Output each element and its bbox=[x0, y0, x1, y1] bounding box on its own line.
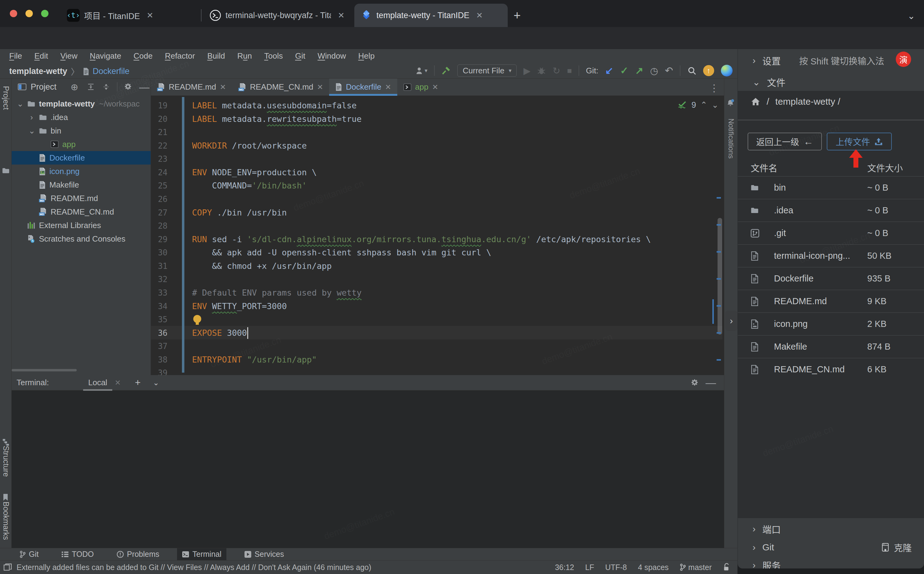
indent-setting[interactable]: 4 spaces bbox=[638, 563, 669, 572]
file-breadcrumb[interactable]: / template-wetty / bbox=[751, 96, 840, 107]
editor-tab-close-icon[interactable]: ✕ bbox=[317, 83, 323, 91]
code-line-26[interactable]: 26 bbox=[151, 192, 724, 206]
browser-tab[interactable]: terminal-wetty-bwqryafz - Tita✕ bbox=[204, 4, 350, 27]
ide-sphere-icon[interactable] bbox=[721, 65, 732, 76]
status-layout-icon[interactable] bbox=[4, 564, 12, 571]
code-line-27[interactable]: 27COPY ./bin /usr/bin bbox=[151, 206, 724, 219]
expand-all-icon[interactable] bbox=[87, 83, 95, 91]
tab-close-icon[interactable]: ✕ bbox=[338, 11, 344, 20]
collapse-all-icon[interactable] bbox=[102, 83, 110, 91]
git-section-row[interactable]: › Git 克隆 bbox=[738, 538, 924, 556]
hide-panel-icon[interactable]: — bbox=[139, 81, 149, 93]
minimize-window-button[interactable] bbox=[25, 10, 33, 17]
code-line-34[interactable]: 34ENV WETTY_PORT=3000 bbox=[151, 300, 724, 313]
code-line-22[interactable]: 22WORKDIR /root/workspace bbox=[151, 139, 724, 153]
file-row-readme-md[interactable]: README.md9 KB bbox=[738, 290, 924, 312]
browser-tab[interactable]: </>template-wetty - TitanIDE✕ bbox=[354, 4, 508, 27]
tree-item-bin[interactable]: ⌄bin bbox=[12, 124, 151, 137]
run-icon[interactable]: ▶ bbox=[523, 65, 530, 76]
user-access-icon[interactable]: ▾ bbox=[415, 66, 427, 74]
status-message[interactable]: Externally added files can be added to G… bbox=[17, 563, 371, 572]
encoding[interactable]: UTF-8 bbox=[605, 563, 627, 572]
files-section-label[interactable]: 文件 bbox=[767, 75, 785, 89]
code-line-24[interactable]: 24ENV NODE_ENV=production \ bbox=[151, 166, 724, 179]
tree-item--idea[interactable]: ›.idea bbox=[12, 110, 151, 124]
files-section-row[interactable]: ⌄ 文件 bbox=[738, 74, 924, 90]
menu-navigate[interactable]: Navigate bbox=[90, 51, 121, 61]
close-window-button[interactable] bbox=[10, 10, 17, 17]
tree-item-external-libraries[interactable]: External Libraries bbox=[12, 219, 151, 232]
tree-item-makefile[interactable]: Makefile bbox=[12, 178, 151, 192]
tool-window-terminal[interactable]: Terminal bbox=[177, 548, 226, 560]
bookmark-icon[interactable] bbox=[2, 494, 9, 501]
menu-git[interactable]: Git bbox=[295, 51, 305, 61]
tool-strip-structure[interactable]: Structure bbox=[2, 446, 10, 477]
editor-tab-close-icon[interactable]: ✕ bbox=[220, 83, 226, 91]
maximize-window-button[interactable] bbox=[41, 10, 49, 17]
history-clock-icon[interactable]: ◷ bbox=[650, 65, 658, 76]
code-line-19[interactable]: 19LABEL metadata.usesubdomain=false bbox=[151, 99, 724, 112]
editor-tab-app[interactable]: app✕ bbox=[397, 79, 445, 95]
code-line-38[interactable]: 38ENTRYPOINT "/usr/bin/app" bbox=[151, 353, 724, 366]
tool-window-todo[interactable]: TODO bbox=[57, 548, 99, 560]
code-line-30[interactable]: 30 && apk add -U openssh-client sshpass … bbox=[151, 246, 724, 259]
search-everywhere-icon[interactable] bbox=[687, 66, 696, 75]
tool-window-services[interactable]: Services bbox=[239, 548, 289, 560]
code-line-36[interactable]: 36EXPOSE 3000 bbox=[151, 326, 724, 340]
editor-scrollbar-thumb[interactable] bbox=[718, 218, 722, 334]
editor-tab-dockerfile[interactable]: Dockerfile✕ bbox=[329, 79, 397, 95]
breadcrumb-file[interactable]: Dockerfile bbox=[93, 66, 129, 76]
breadcrumb-project[interactable]: template-wetty bbox=[9, 66, 67, 76]
tab-search-chevron-icon[interactable]: ⌄ bbox=[907, 10, 915, 21]
editor-tab-close-icon[interactable]: ✕ bbox=[385, 83, 391, 91]
caret-position[interactable]: 36:12 bbox=[555, 563, 574, 572]
next-problem-icon[interactable]: ⌄ bbox=[712, 100, 719, 110]
new-terminal-icon[interactable]: + bbox=[135, 377, 141, 388]
terminal-tab-close-icon[interactable]: ✕ bbox=[115, 378, 121, 387]
file-row-readme-cn-md[interactable]: README_CN.md6 KB bbox=[738, 358, 924, 381]
git-update-icon[interactable]: ↙ bbox=[605, 65, 614, 76]
code-line-29[interactable]: 29RUN sed -i 's/dl-cdn.alpinelinux.org/m… bbox=[151, 233, 724, 246]
folder-icon[interactable] bbox=[2, 167, 9, 174]
locate-file-icon[interactable]: ⊕ bbox=[71, 82, 78, 92]
tree-item-template-wetty[interactable]: ⌄template-wetty~/workspac bbox=[12, 97, 151, 110]
structure-icon[interactable] bbox=[2, 438, 9, 446]
menu-window[interactable]: Window bbox=[317, 51, 346, 61]
tree-item-app[interactable]: app bbox=[12, 137, 151, 151]
menu-view[interactable]: View bbox=[60, 51, 78, 61]
editor-tabs-kebab-icon[interactable]: ⋮ bbox=[709, 82, 719, 94]
file-row-bin[interactable]: bin~ 0 B bbox=[738, 176, 924, 199]
update-available-icon[interactable]: ↑ bbox=[703, 65, 714, 76]
project-panel-title[interactable]: Project bbox=[31, 82, 57, 92]
expand-panel-chevron[interactable]: › bbox=[725, 311, 737, 331]
new-tab-button[interactable]: + bbox=[514, 9, 520, 22]
code-line-32[interactable]: 32 bbox=[151, 273, 724, 286]
clone-button[interactable]: 克隆 bbox=[881, 541, 912, 554]
menu-help[interactable]: Help bbox=[358, 51, 375, 61]
menu-build[interactable]: Build bbox=[207, 51, 225, 61]
ports-section-row[interactable]: › 端口 bbox=[738, 520, 924, 538]
code-line-23[interactable]: 23 bbox=[151, 152, 724, 166]
menu-file[interactable]: File bbox=[9, 51, 22, 61]
code-line-20[interactable]: 20LABEL metadata.rewritesubpath=true bbox=[151, 112, 724, 126]
home-folder-icon[interactable] bbox=[751, 97, 761, 106]
tree-chevron-icon[interactable]: › bbox=[28, 113, 35, 122]
tab-close-icon[interactable]: ✕ bbox=[476, 11, 483, 20]
menu-edit[interactable]: Edit bbox=[35, 51, 48, 61]
git-branch-widget[interactable]: master bbox=[680, 563, 712, 572]
menu-run[interactable]: Run bbox=[237, 51, 252, 61]
file-row-terminal-icon-png-[interactable]: terminal-icon-png...50 KB bbox=[738, 244, 924, 267]
code-line-37[interactable]: 37 bbox=[151, 339, 724, 353]
code-line-25[interactable]: 25 COMMAND='/bin/bash' bbox=[151, 179, 724, 192]
settings-section-label[interactable]: 设置 bbox=[762, 54, 781, 67]
menu-code[interactable]: Code bbox=[134, 51, 152, 61]
tree-item-scratches-and-consoles[interactable]: Scratches and Consoles bbox=[12, 232, 151, 246]
editor-tab-readme-md[interactable]: MDREADME.md✕ bbox=[151, 79, 232, 95]
rollback-icon[interactable]: ↶ bbox=[665, 65, 673, 76]
inspections-widget[interactable]: 9 ⌃ ⌄ bbox=[677, 100, 718, 110]
terminal-tab-local[interactable]: Local bbox=[85, 378, 110, 387]
file-row--git[interactable]: .git~ 0 B bbox=[738, 222, 924, 244]
tree-item-dockerfile[interactable]: Dockerfile bbox=[12, 151, 151, 164]
code-line-33[interactable]: 33# Default ENV params used by wetty bbox=[151, 286, 724, 300]
tool-strip-project[interactable]: Project bbox=[2, 86, 10, 110]
